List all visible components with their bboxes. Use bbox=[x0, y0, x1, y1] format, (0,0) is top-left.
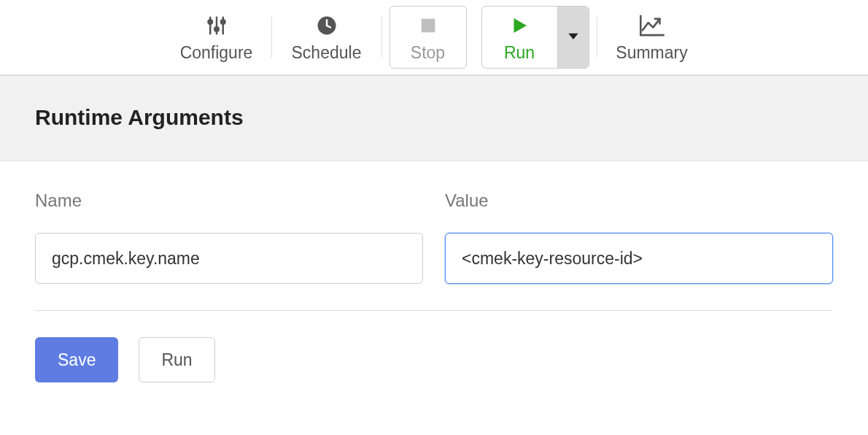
save-button[interactable]: Save bbox=[35, 337, 118, 382]
name-column-label: Name bbox=[35, 190, 423, 211]
play-icon bbox=[508, 12, 530, 39]
action-row: Save Run bbox=[35, 337, 833, 382]
argument-value-input[interactable] bbox=[445, 233, 833, 284]
run-label: Run bbox=[504, 43, 535, 63]
stop-label: Stop bbox=[411, 43, 445, 63]
svg-point-3 bbox=[208, 20, 212, 24]
clock-icon bbox=[316, 12, 338, 39]
svg-point-4 bbox=[214, 27, 219, 31]
stop-icon bbox=[418, 12, 438, 39]
summary-label: Summary bbox=[616, 43, 687, 63]
run-split-button: Run bbox=[481, 6, 589, 69]
svg-rect-9 bbox=[421, 18, 435, 32]
summary-button[interactable]: Summary bbox=[597, 0, 707, 74]
toolbar-separator bbox=[381, 17, 382, 58]
svg-point-5 bbox=[221, 20, 225, 24]
form-divider bbox=[35, 310, 833, 311]
run-button[interactable]: Run bbox=[482, 7, 557, 68]
argument-name-input[interactable] bbox=[35, 233, 423, 284]
stop-button[interactable]: Stop bbox=[390, 6, 467, 69]
schedule-button[interactable]: Schedule bbox=[272, 0, 381, 74]
toolbar: Configure Schedule Stop R bbox=[0, 0, 868, 76]
value-column-label: Value bbox=[445, 190, 833, 211]
sliders-icon bbox=[206, 12, 228, 39]
chevron-down-icon bbox=[566, 28, 581, 46]
svg-marker-10 bbox=[514, 18, 527, 33]
chart-line-icon bbox=[640, 12, 664, 39]
run-dropdown-toggle[interactable] bbox=[557, 7, 589, 68]
schedule-label: Schedule bbox=[292, 43, 362, 63]
configure-label: Configure bbox=[180, 43, 253, 63]
configure-button[interactable]: Configure bbox=[162, 0, 271, 74]
svg-marker-11 bbox=[568, 34, 578, 39]
run-action-button[interactable]: Run bbox=[139, 337, 214, 382]
section-title: Runtime Arguments bbox=[0, 76, 868, 161]
runtime-arguments-form: Name Value Save Run bbox=[0, 161, 868, 382]
save-button-label: Save bbox=[58, 350, 96, 370]
run-action-label: Run bbox=[161, 350, 192, 370]
